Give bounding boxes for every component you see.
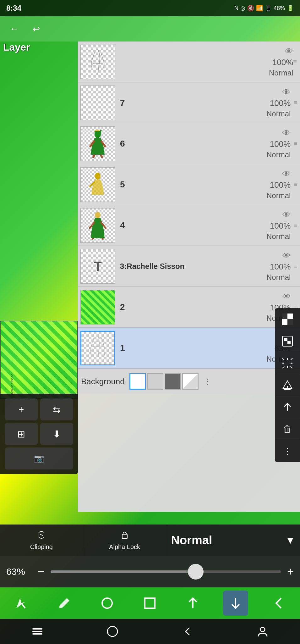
visibility-icon[interactable]: 👁: [282, 169, 291, 179]
more-options-button[interactable]: ⋮: [276, 440, 299, 462]
layer-blend: Normal: [266, 191, 291, 200]
status-icons: N ◎ 🔇 📶 📱 48% 🔋: [234, 5, 294, 12]
clipping-label: Clipping: [30, 543, 53, 551]
layer-drag-handle[interactable]: ≡: [294, 181, 300, 188]
layer-right: 👁 100% Normal: [266, 210, 294, 241]
background-more-button[interactable]: ⋮: [201, 373, 214, 390]
svg-rect-13: [287, 314, 293, 319]
layer-row[interactable]: 6 👁 100% Normal ≡: [78, 123, 300, 164]
layer-right: 👁 100% Normal: [266, 87, 294, 118]
visibility-icon[interactable]: 👁: [285, 47, 293, 56]
svg-point-7: [95, 173, 101, 180]
svg-point-20: [102, 598, 112, 608]
layer-opacity: 100%: [270, 221, 291, 231]
layer-opacity: 100%: [270, 262, 291, 272]
opacity-slider-fill: [51, 570, 196, 573]
layer-drag-handle[interactable]: ≡: [294, 99, 300, 106]
layer-thumbnail-active: [80, 331, 115, 365]
layer-thumbnail: [80, 45, 115, 79]
blend-mode-selector[interactable]: Normal ▼: [166, 525, 300, 556]
layer-row[interactable]: 5 👁 100% Normal ≡: [78, 164, 300, 205]
flip-h-button[interactable]: ⇆: [40, 398, 73, 420]
nav-back[interactable]: [175, 622, 200, 641]
down-arrow-tool[interactable]: [223, 591, 248, 616]
opacity-increase-button[interactable]: +: [287, 565, 294, 578]
layer-row[interactable]: 2 👁 100% Normal ≡: [78, 287, 300, 328]
undo-button[interactable]: ↩: [28, 21, 44, 37]
visibility-icon[interactable]: 👁: [282, 251, 291, 261]
brush-tool[interactable]: [52, 591, 77, 616]
layer-row-active[interactable]: 1 👁 63% Normal ≡: [78, 328, 300, 369]
arrange-tool[interactable]: [276, 396, 299, 418]
layer-row[interactable]: 4 👁 100% Normal ≡: [78, 205, 300, 246]
back-tool[interactable]: [266, 591, 291, 616]
layer-panel: 👁 100% Normal ≡ 7 👁 100% Normal ≡: [78, 42, 300, 512]
reference-tool[interactable]: [276, 330, 299, 352]
flatten-button[interactable]: ⬇: [40, 423, 73, 445]
svg-rect-19: [122, 534, 127, 539]
rectangle-tool[interactable]: [137, 591, 162, 616]
up-arrow-tool[interactable]: [180, 591, 205, 616]
add-layer-below-button[interactable]: ⊞: [5, 423, 38, 445]
swatch-transparent[interactable]: [182, 373, 199, 390]
visibility-icon[interactable]: 👁: [282, 210, 291, 220]
svg-marker-4: [100, 130, 102, 131]
visibility-icon[interactable]: 👁: [282, 292, 291, 302]
visibility-icon[interactable]: 👁: [282, 87, 291, 97]
nav-bar: [0, 619, 300, 644]
layer-row[interactable]: T 3:Rachelle Sisson 👁 100% Normal ≡: [78, 246, 300, 287]
back-button[interactable]: ←: [6, 21, 22, 37]
checkerboard-tool[interactable]: [276, 308, 299, 330]
clipping-icon: [36, 530, 46, 542]
status-bar: 8:34 N ◎ 🔇 📶 📱 48% 🔋: [0, 0, 300, 16]
alpha-lock-button[interactable]: Alpha Lock: [83, 525, 166, 556]
background-swatches: [129, 373, 199, 390]
layer-drag-handle[interactable]: ≡: [293, 58, 300, 65]
top-toolbar: ← ↩: [0, 16, 300, 42]
layer-panel-title: Layer: [3, 42, 30, 53]
layer-thumbnail: [80, 126, 115, 161]
blend-bar: Clipping Alpha Lock Normal ▼: [0, 525, 300, 556]
svg-rect-1: [95, 131, 101, 134]
swatch-dark-gray[interactable]: [165, 373, 181, 390]
visibility-icon[interactable]: 👁: [282, 128, 291, 138]
layer-info: 3:Rachelle Sisson: [117, 262, 266, 271]
signal-icon: 📱: [265, 5, 272, 12]
flip-tool[interactable]: [276, 374, 299, 396]
swatch-light-gray[interactable]: [147, 373, 163, 390]
layer-thumbnail: [80, 167, 115, 202]
status-time: 8:34: [6, 4, 21, 13]
svg-marker-3: [97, 130, 100, 131]
opacity-decrease-button[interactable]: −: [38, 565, 44, 578]
swatch-white[interactable]: [129, 373, 146, 390]
clipping-button[interactable]: Clipping: [0, 525, 83, 556]
layer-drag-handle[interactable]: ≡: [294, 222, 300, 229]
add-layer-button[interactable]: +: [5, 398, 38, 420]
layer-drag-handle[interactable]: ≡: [294, 140, 300, 147]
svg-point-26: [260, 627, 265, 632]
battery-icon: 🔋: [287, 5, 294, 12]
layer-drag-handle[interactable]: ≡: [294, 263, 300, 270]
mini-tools-panel: + ⇆ ⊞ ⬇ 📷: [0, 394, 78, 474]
layer-row[interactable]: 👁 100% Normal ≡: [78, 42, 300, 82]
opacity-slider-thumb[interactable]: [188, 564, 204, 580]
alpha-lock-icon: [120, 530, 130, 542]
nav-person[interactable]: [250, 622, 275, 641]
mute-icon: 🔇: [247, 5, 254, 12]
shape-tool[interactable]: [95, 591, 120, 616]
layer-thumbnail: [80, 290, 115, 325]
layer-row[interactable]: 7 👁 100% Normal ≡: [78, 82, 300, 123]
layer-opacity: 100%: [272, 58, 293, 67]
select-draw-tool[interactable]: [9, 591, 34, 616]
layer-info: 6: [117, 139, 266, 149]
transform-tool[interactable]: [276, 352, 299, 374]
layer-thumbnail: T: [80, 249, 115, 284]
camera-button[interactable]: 📷: [5, 447, 73, 469]
blend-mode-text: Normal: [171, 534, 212, 547]
location-icon: ◎: [240, 5, 245, 12]
delete-tool[interactable]: 🗑: [276, 418, 299, 440]
nav-home[interactable]: [100, 622, 125, 641]
nav-menu[interactable]: [25, 622, 50, 641]
layer-thumbnail: [80, 208, 115, 243]
opacity-slider[interactable]: [51, 570, 281, 573]
